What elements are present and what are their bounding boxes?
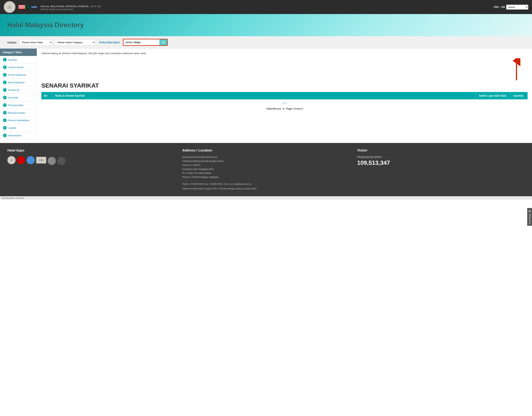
content-area: Selamat datang ke direktori Halal Malays… (37, 48, 532, 139)
banner: Halal Malaysia Directory (0, 14, 532, 36)
check-icon (3, 73, 7, 77)
sidebar-item-label: Kosmetik (8, 96, 18, 99)
welcome-text: Selamat datang ke direktori Halal Malays… (41, 52, 528, 55)
portal-title: HALAL MALAYSIA OFFICIAL PORTAL ENG BM PO… (41, 3, 491, 10)
check-icon (3, 111, 7, 114)
sidebar-item-label: Logistik (8, 127, 16, 129)
sidebar-item-farmaseutikal[interactable]: Farmaseutikal (0, 101, 37, 109)
sidebar-header: Kategori / Skim (0, 48, 37, 56)
footer-logos: حلال BURSASYARIKAT (7, 155, 175, 165)
visitor-count: 109,513,347 (357, 160, 525, 166)
statusbar-url: directory/index_directory (2, 197, 24, 199)
category-select[interactable]: Please Select Category SyarikatHotel & R… (55, 39, 95, 46)
footer-address-line3: Aras 6 & 7, Blok D, (182, 163, 350, 167)
search-button[interactable] (159, 39, 167, 45)
footer-apps-title: Halal Apps (7, 149, 175, 152)
svg-point-0 (162, 41, 164, 43)
check-icon (3, 103, 7, 107)
header: حلال HALAL ☽ JAKIM HALAL MALAYSIA OFFICI… (0, 0, 532, 14)
sidebar-item-international[interactable]: International (0, 132, 37, 139)
red-arrow-icon (511, 58, 522, 80)
statusbar: directory/index_directory (0, 196, 532, 200)
sidebar-item-produk[interactable]: Produk (5) (0, 86, 37, 94)
app-logo-1: حلال (7, 156, 16, 164)
verify-halal-link[interactable]: Verify Halal Status (99, 41, 120, 44)
main-content: Kategori / Skim Syarikat Hotel & Resort … (0, 48, 532, 139)
results-table: Bil Nama & Alamat Syarikat Tarikh Luput … (41, 92, 528, 111)
svg-line-1 (164, 43, 165, 44)
app-logo-6 (57, 157, 65, 165)
check-icon (3, 65, 7, 69)
check-icon (3, 96, 7, 99)
footer-address-title: Address / Location (182, 149, 350, 152)
footer-address-line1: BAHAGIAN PENGURUSAN HALAL, (182, 155, 350, 160)
sidebar-item-label: Menu Makanan (8, 81, 25, 84)
check-icon (3, 58, 7, 62)
app-logo-5 (48, 157, 56, 165)
arrow-container (41, 58, 528, 80)
sidebar-item-label: Produk (5) (8, 89, 19, 91)
footer-phone-fax: Telefon : 03-8892 5000 | Fax : 03-8892 5… (182, 182, 350, 186)
sidebar-item-label: Farmaseutikal (8, 104, 23, 107)
check-icon (3, 88, 7, 92)
table-total: Total Record : 0 - Page 1 From 0 (41, 107, 528, 111)
check-icon (3, 81, 7, 84)
malaysia-flag (19, 5, 25, 9)
sidebar: Kategori / Skim Syarikat Hotel & Resort … (0, 48, 37, 139)
icon2: ☽ (26, 5, 29, 9)
sidebar-item-logistik[interactable]: Logistik (0, 124, 37, 132)
table-pagination[interactable]: [ 1 ] (41, 99, 528, 107)
lang-bm[interactable]: BM (502, 6, 505, 8)
header-nav: ENG | BM Home (494, 5, 528, 9)
sidebar-item-label: Premis Makanan (8, 74, 26, 76)
halal-logo: حلال HALAL (4, 1, 16, 13)
col-nama: Nama & Alamat Syarikat (52, 92, 476, 99)
sidebar-item-rumah-sembelihan[interactable]: Rumah Sembelihan (0, 117, 37, 124)
sidebar-item-hotel[interactable]: Hotel & Resort (0, 64, 37, 71)
col-tarikh: Tarikh Luput Sijil Halal (476, 92, 509, 99)
jakim-badge: JAKIM (30, 6, 38, 8)
sidebar-item-label: Rumah Sembelihan (8, 119, 29, 122)
banner-title: Halal Malaysia Directory (7, 21, 84, 29)
footer-visitor: Visitor Pengunjung terkini : 109,513,347 (357, 149, 525, 191)
sidebar-item-syarikat[interactable]: Syarikat (0, 56, 37, 64)
check-icon (3, 118, 7, 122)
state-select[interactable]: Please Select State JohorKedahKelantan M… (19, 39, 52, 46)
check-icon (3, 133, 7, 137)
visitor-label: Pengunjung terkini : (357, 155, 525, 159)
app-logo-3 (27, 156, 35, 164)
sidebar-item-label: International (8, 134, 21, 137)
sidebar-item-kosmetik[interactable]: Kosmetik (0, 94, 37, 101)
col-syarikat: Syarikat (509, 92, 528, 99)
check-icon (3, 126, 7, 130)
table-header: Bil Nama & Alamat Syarikat Tarikh Luput … (41, 92, 528, 99)
footer-resolution: Paparan terbaik dengan resolusi 1024 x 7… (182, 187, 350, 191)
nav-dropdown[interactable]: Home (506, 5, 528, 9)
sidebar-item-barang-gunaan[interactable]: Barang Gunaan (0, 109, 37, 117)
search-input[interactable] (124, 40, 159, 45)
footer: Halal Apps حلال BURSASYARIKAT Address / … (0, 143, 532, 196)
footer-apps: Halal Apps حلال BURSASYARIKAT (7, 149, 175, 191)
sidebar-item-premis-makanan[interactable]: Premis Makanan (0, 71, 37, 79)
app-logo-4: BURSASYARIKAT (36, 157, 46, 163)
footer-visitor-title: Visitor (357, 149, 525, 152)
sidebar-item-label: Syarikat (8, 58, 17, 61)
sidebar-item-label: Hotel & Resort (8, 66, 24, 69)
footer-address-line4: Kompleks Islam Putrajaya (KIP), (182, 167, 350, 171)
lang-eng[interactable]: ENG (494, 6, 499, 8)
footer-address-line2: JABATAN KEMAJUAN ISLAM MALAYSIA, (182, 160, 350, 163)
sidebar-item-menu-makanan[interactable]: Menu Makanan (0, 79, 37, 86)
flag-logos: ☽ JAKIM (19, 5, 38, 9)
col-bil: Bil (41, 92, 52, 99)
footer-address-line5: No. 3 Jalan Tun Abdul Razak, (182, 171, 350, 175)
search-icon (162, 41, 165, 44)
list-title: SENARAI SYARIKAT (41, 82, 528, 89)
pagination-link[interactable]: [ 1 ] (282, 102, 286, 104)
search-label: Carian: (7, 41, 17, 44)
footer-address-line6: Presint 3, 62100 Putrajaya, Malaysia. (182, 175, 350, 179)
search-bar: Carian: Please Select State JohorKedahKe… (0, 36, 532, 48)
footer-address: Address / Location BAHAGIAN PENGURUSAN H… (182, 149, 350, 191)
portal-title-main: HALAL MALAYSIA OFFICIAL PORTAL ENG BM (41, 3, 491, 8)
app-logo-2 (17, 156, 25, 164)
search-input-wrapper (123, 39, 168, 46)
